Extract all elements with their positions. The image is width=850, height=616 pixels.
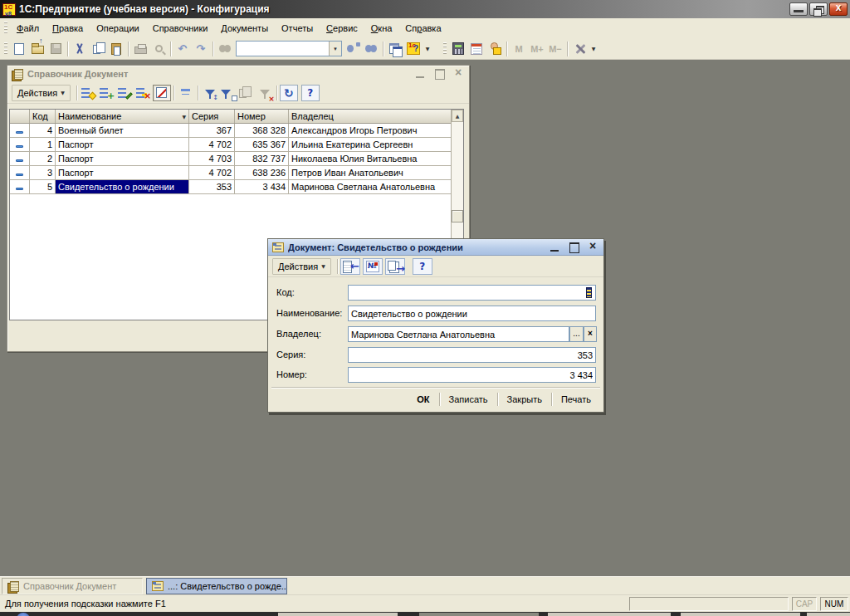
menu-item[interactable]: Файл <box>10 21 46 37</box>
scroll-up-icon[interactable]: ▲ <box>452 110 463 122</box>
menu-item[interactable]: Правка <box>46 21 90 37</box>
calendar-button[interactable] <box>467 41 486 57</box>
menu-item[interactable]: Отчеты <box>275 21 320 37</box>
menu-item[interactable]: Операции <box>90 21 145 37</box>
header-name[interactable]: Наименование▼ <box>56 110 189 123</box>
tab-catalog-window[interactable]: Справочник Документ <box>2 578 143 594</box>
find-button[interactable] <box>216 41 234 57</box>
close-dialog-button[interactable]: Закрыть <box>500 392 550 407</box>
cell-series[interactable]: 367 <box>189 124 235 137</box>
toolbar-overflow-button-2[interactable]: ▼ <box>589 41 598 57</box>
row-item-marker[interactable] <box>10 166 30 179</box>
cell-number[interactable]: 3 434 <box>235 180 289 193</box>
menu-item[interactable]: Сервис <box>320 21 364 37</box>
start-orb-icon[interactable] <box>17 613 30 616</box>
redo-button[interactable]: ↷ <box>192 41 210 57</box>
taskbar-button[interactable] <box>278 613 398 616</box>
toolbar-grip-2[interactable] <box>443 42 447 56</box>
delete-item-button[interactable]: × <box>134 85 153 101</box>
header-code[interactable]: Код <box>30 110 56 123</box>
dialog-titlebar[interactable]: Документ: Свидетельство о рождении <box>268 239 603 256</box>
dialog-close-button[interactable] <box>586 242 599 253</box>
cell-series[interactable]: 353 <box>189 180 235 193</box>
reread-button[interactable]: ← <box>340 258 360 275</box>
dialog-actions-button[interactable]: Действия ▼ <box>272 258 331 275</box>
cell-owner[interactable]: Николаева Юлия Витальевна <box>289 152 440 165</box>
catalog-close-button[interactable] <box>452 68 465 80</box>
combo-dropdown-icon[interactable]: ▼ <box>329 42 341 56</box>
cell-number[interactable]: 638 236 <box>235 166 289 179</box>
minimize-button[interactable] <box>789 2 808 16</box>
restore-button[interactable] <box>809 2 828 16</box>
catalog-help-button[interactable]: ? <box>301 85 320 101</box>
catalog-minimize-button[interactable] <box>413 68 427 80</box>
dialog-minimize-button[interactable] <box>548 242 561 253</box>
cell-code[interactable]: 4 <box>30 124 56 137</box>
hierarchy-view-button[interactable] <box>177 85 195 101</box>
cell-code[interactable]: 5 <box>30 180 56 193</box>
row-item-marker[interactable] <box>10 138 30 151</box>
owner-input[interactable] <box>348 326 569 342</box>
cell-code[interactable]: 1 <box>30 138 56 151</box>
header-number[interactable]: Номер <box>235 110 289 123</box>
cell-name[interactable]: Военный билет <box>56 124 189 137</box>
catalog-actions-button[interactable]: Действия ▼ <box>12 85 71 101</box>
table-row[interactable]: 5Свидетельство о рождении3533 434Маринов… <box>10 180 463 194</box>
ok-button[interactable]: ОК <box>409 392 437 407</box>
open-button[interactable] <box>28 41 46 57</box>
dialog-maximize-button[interactable] <box>567 242 580 253</box>
scrollbar-thumb[interactable] <box>452 210 463 222</box>
search-combo[interactable]: ▼ <box>236 41 342 56</box>
header-series[interactable]: Серия <box>189 110 235 123</box>
menu-item[interactable]: Справочники <box>146 21 215 37</box>
table-row[interactable]: 4Военный билет367368 328Александров Игор… <box>10 124 463 138</box>
cell-number[interactable]: 368 328 <box>235 124 289 137</box>
taskbar-button[interactable] <box>807 613 850 616</box>
find-next-button[interactable] <box>344 41 362 57</box>
sort-indicator-icon[interactable]: ▼ <box>182 114 186 120</box>
calculator-button[interactable] <box>449 41 467 57</box>
cell-series[interactable]: 4 702 <box>189 138 235 151</box>
show-deleted-toggle[interactable] <box>153 85 171 101</box>
cell-name[interactable]: Паспорт <box>56 152 189 165</box>
undo-button[interactable]: ↶ <box>173 41 192 57</box>
row-item-marker[interactable] <box>10 152 30 165</box>
print-button[interactable] <box>131 41 149 57</box>
owner-select-button[interactable]: ... <box>569 326 584 342</box>
edit-item-button[interactable] <box>116 85 134 101</box>
cell-owner[interactable]: Александров Игорь Петрович <box>289 124 440 137</box>
header-icon-column[interactable] <box>10 110 30 123</box>
cell-owner[interactable]: Ильина Екатерина Сергеевн <box>289 138 440 151</box>
table-row[interactable]: 3Паспорт4 702638 236Петров Иван Анатолье… <box>10 166 463 180</box>
menu-item[interactable]: Окна <box>364 21 399 37</box>
tab-item-dialog[interactable]: ...: Свидетельство о рожде... <box>146 578 287 594</box>
add-item-button[interactable] <box>80 85 98 101</box>
cell-number[interactable]: 635 367 <box>235 138 289 151</box>
menu-item[interactable]: Справка <box>398 21 447 37</box>
catalog-window-titlebar[interactable]: Справочник Документ <box>7 66 469 82</box>
toolbar-overflow-button[interactable]: ▼ <box>423 41 432 57</box>
filter-history-button[interactable]: ▼ <box>237 85 256 101</box>
settings-button[interactable] <box>570 41 589 57</box>
row-item-marker[interactable] <box>10 180 30 193</box>
menubar-grip[interactable] <box>4 22 7 35</box>
close-button[interactable] <box>829 2 848 16</box>
help-1c-button[interactable] <box>404 41 423 57</box>
windows-list-button[interactable] <box>386 41 404 57</box>
header-owner[interactable]: Владелец <box>289 110 440 123</box>
code-input[interactable] <box>348 285 596 301</box>
set-number-button[interactable]: № <box>363 258 383 275</box>
filter-by-value-button[interactable] <box>219 85 237 101</box>
new-document-button[interactable] <box>10 41 28 57</box>
cell-number[interactable]: 832 737 <box>235 152 289 165</box>
memory-add-button[interactable]: M+ <box>528 41 546 57</box>
row-item-marker[interactable] <box>10 124 30 137</box>
cell-name[interactable]: Паспорт <box>56 166 189 179</box>
owner-clear-button[interactable]: × <box>584 326 597 342</box>
user-permissions-button[interactable] <box>486 41 504 57</box>
filter-sort-button[interactable]: ↕ <box>201 85 219 101</box>
search-input[interactable] <box>237 42 328 56</box>
save-button[interactable] <box>46 41 65 57</box>
print-preview-button[interactable] <box>149 41 168 57</box>
cell-name[interactable]: Паспорт <box>56 138 189 151</box>
